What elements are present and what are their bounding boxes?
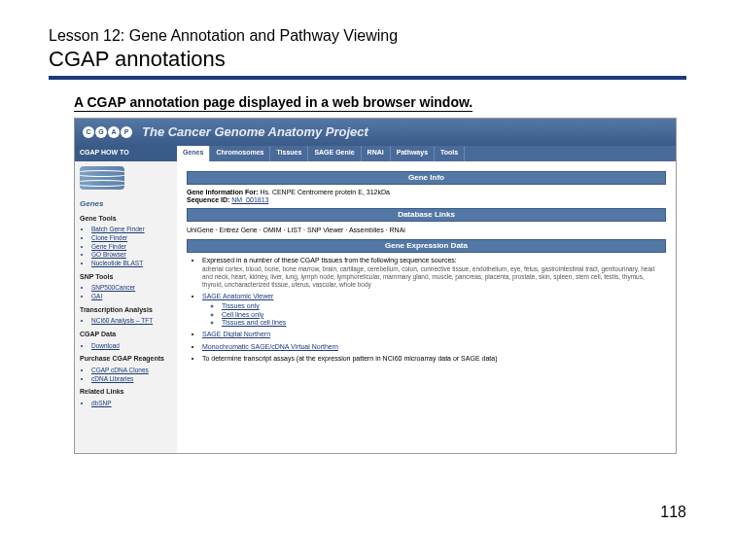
- page-description: A CGAP annotation page displayed in a we…: [74, 94, 472, 112]
- main-content: Gene Info Gene Information For: Hs. CENP…: [177, 161, 676, 453]
- side-link[interactable]: CGAP cDNA Clones: [91, 367, 172, 374]
- section-db-links: Database Links: [187, 208, 666, 222]
- side-link[interactable]: cDNA Libraries: [91, 375, 172, 383]
- side-link[interactable]: Download: [91, 342, 172, 350]
- gene-info-line: Gene Information For: Hs. CENPE Centrome…: [187, 189, 666, 196]
- monochromatic-item: Monochromatic SAGE/cDNA Virtual Northern: [202, 343, 666, 351]
- sage-option[interactable]: Tissues only: [222, 302, 666, 310]
- side-h-related: Related Links: [80, 388, 172, 396]
- genes-label: Genes: [80, 199, 172, 209]
- tab-chromosomes[interactable]: Chromosomes: [210, 146, 270, 161]
- side-link[interactable]: dbSNP: [91, 400, 172, 407]
- tab-rnai[interactable]: RNAi: [362, 146, 391, 161]
- sequence-id-link[interactable]: NM_001813: [231, 196, 268, 203]
- genes-graphic: [80, 166, 124, 197]
- dna-helix-icon: [80, 166, 124, 190]
- cgap-logo: C G A P: [83, 126, 132, 138]
- side-link[interactable]: Batch Gene Finder: [91, 226, 172, 233]
- expression-item: Expressed in a number of these CGAP tiss…: [202, 257, 666, 289]
- side-h-gene-tools: Gene Tools: [80, 215, 172, 223]
- site-title: The Cancer Genome Anatomy Project: [142, 124, 368, 140]
- section-gene-info: Gene Info: [187, 171, 666, 185]
- tab-genes[interactable]: Genes: [177, 146, 210, 161]
- side-h-data: CGAP Data: [80, 331, 172, 338]
- tab-pathways[interactable]: Pathways: [391, 146, 435, 161]
- nav-howto[interactable]: CGAP HOW TO: [75, 146, 177, 161]
- digital-northern-link[interactable]: SAGE Digital Northern: [202, 331, 270, 337]
- sage-option[interactable]: Tissues and cell lines: [222, 319, 666, 327]
- sequence-id-line: Sequence ID: NM_001813: [187, 196, 666, 204]
- nci60-item: To determine transcript assays (at the e…: [202, 355, 666, 363]
- tissue-list: adrenal cortex, blood, bone, bone marrow…: [202, 265, 666, 288]
- browser-screenshot: C G A P The Cancer Genome Anatomy Projec…: [74, 118, 677, 454]
- db-links-row: UniGene · Entrez Gene · OMIM · LIST · SN…: [187, 226, 666, 235]
- side-link[interactable]: Nucleotide BLAST: [91, 260, 172, 267]
- digital-northern-item: SAGE Digital Northern: [202, 331, 666, 338]
- tab-tissues[interactable]: Tissues: [270, 146, 308, 161]
- page-number: 118: [660, 504, 686, 521]
- side-link[interactable]: GO Browser: [91, 251, 172, 259]
- side-h-trans: Transcription Analysis: [80, 306, 172, 314]
- sage-option[interactable]: Cell lines only: [222, 311, 666, 319]
- tab-sage-genie[interactable]: SAGE Genie: [308, 146, 361, 161]
- side-link[interactable]: Clone Finder: [91, 234, 172, 242]
- sage-viewer-link[interactable]: SAGE Anatomic Viewer: [202, 293, 273, 299]
- site-header: C G A P The Cancer Genome Anatomy Projec…: [75, 119, 676, 146]
- side-link[interactable]: SNP500Cancer: [91, 284, 172, 292]
- lesson-title: Lesson 12: Gene Annotation and Pathway V…: [49, 27, 686, 45]
- side-link[interactable]: GAI: [91, 293, 172, 300]
- side-h-snp: SNP Tools: [80, 273, 172, 281]
- side-link[interactable]: Gene Finder: [91, 243, 172, 251]
- monochromatic-link[interactable]: Monochromatic SAGE/cDNA Virtual Northern: [202, 343, 338, 350]
- tab-tools[interactable]: Tools: [435, 146, 465, 161]
- section-expression: Gene Expression Data: [187, 239, 666, 253]
- page-title: CGAP annotations: [49, 47, 686, 80]
- sage-viewer-item: SAGE Anatomic Viewer Tissues only Cell l…: [202, 293, 666, 328]
- side-h-purchase: Purchase CGAP Reagents: [80, 355, 172, 363]
- side-link[interactable]: NCI60 Analysis – TFT: [91, 317, 172, 325]
- sidebar: Genes Gene Tools Batch Gene Finder Clone…: [75, 161, 177, 453]
- main-nav: CGAP HOW TO Genes Chromosomes Tissues SA…: [75, 146, 676, 161]
